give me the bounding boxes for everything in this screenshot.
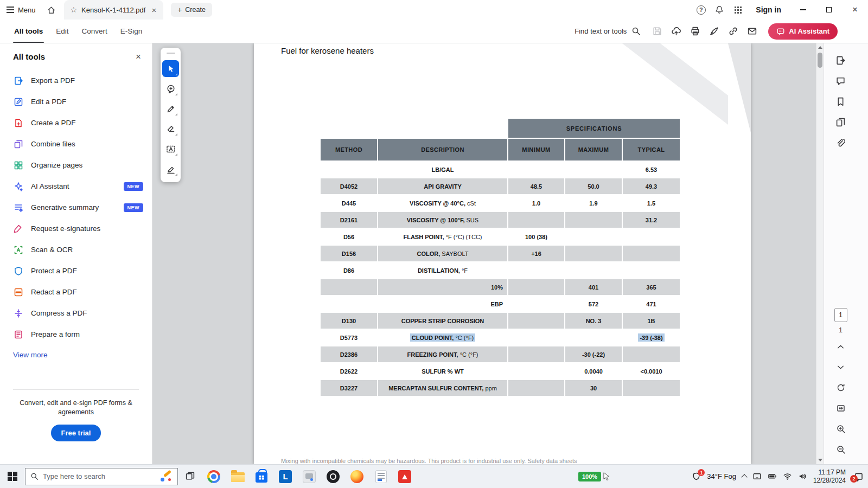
tool-item-redact-a-pdf[interactable]: Redact a PDF [0, 281, 152, 303]
tab-edit[interactable]: Edit [49, 20, 75, 43]
media-app-button[interactable] [321, 465, 345, 488]
tray-app-button[interactable]: 1 [692, 472, 701, 481]
page-number-input[interactable]: 1 [834, 308, 847, 322]
print-button[interactable] [686, 22, 705, 41]
next-page-button[interactable] [832, 358, 850, 376]
notes-app-button[interactable] [369, 465, 393, 488]
action-center-button[interactable]: 2 [854, 472, 864, 481]
task-view-button[interactable] [178, 465, 202, 488]
attachments-panel-button[interactable] [832, 133, 850, 152]
tool-item-generative-summary[interactable]: Generative summaryNEW [0, 197, 152, 218]
zoom-in-button[interactable] [832, 420, 850, 438]
volume-button[interactable] [798, 472, 807, 481]
bookmarks-panel-button[interactable] [832, 92, 850, 111]
toolbar-drag-handle[interactable] [167, 53, 175, 54]
tab-e-sign[interactable]: E-Sign [114, 20, 149, 43]
tab-all-tools[interactable]: All tools [8, 20, 49, 43]
link-button[interactable] [724, 22, 743, 41]
e-sign-button[interactable] [705, 22, 724, 41]
close-button[interactable]: × [842, 0, 868, 20]
find-text-button[interactable]: Find text or tools [569, 27, 646, 36]
tool-item-combine-files[interactable]: Combine files [0, 133, 152, 155]
weather-widget[interactable]: 34°F Fog [707, 472, 736, 480]
page-thumbnails-panel-button[interactable] [832, 113, 850, 131]
cell-description: EBP [378, 296, 507, 312]
sign-in-button[interactable]: Sign in [747, 5, 790, 14]
taskbar-clock[interactable]: 11:17 PM 12/28/2024 [813, 468, 846, 485]
system-tray: 1 34°F Fog 11:17 PM 12/28/2024 2 [692, 465, 868, 488]
free-trial-button[interactable]: Free trial [51, 425, 101, 441]
maximize-button[interactable] [816, 0, 842, 20]
spec-table-body: SPECIFICATIONSMETHODDESCRIPTIONMINIMUMMA… [321, 119, 680, 396]
l-tile-app-button[interactable]: L [273, 465, 297, 488]
apps-button[interactable] [729, 0, 747, 20]
minimize-button[interactable] [790, 0, 816, 20]
cell-method: D4052 [321, 178, 377, 194]
tool-item-ai-assistant[interactable]: AI AssistantNEW [0, 176, 152, 197]
firefox-button[interactable] [345, 465, 369, 488]
previous-page-button[interactable] [832, 337, 850, 356]
cursor-icon [603, 472, 610, 483]
comments-panel-button[interactable] [832, 72, 850, 90]
add-text-tool[interactable] [162, 140, 179, 157]
tool-item-compress-a-pdf[interactable]: Compress a PDF [0, 303, 152, 324]
tool-item-edit-a-pdf[interactable]: Edit a PDF [0, 91, 152, 112]
network-icon [783, 472, 792, 481]
tool-item-export-a-pdf[interactable]: Export a PDF [0, 70, 152, 91]
comments-panel-icon [835, 76, 846, 86]
tool-item-protect-a-pdf[interactable]: Protect a PDF [0, 260, 152, 281]
fit-width-button[interactable] [832, 399, 850, 418]
cell-typical: 6.53 [623, 162, 680, 177]
network-button[interactable] [783, 472, 792, 481]
ai-assistant-button[interactable]: AI Assistant [768, 23, 838, 40]
erase-tool[interactable] [162, 120, 179, 137]
file-explorer-button[interactable] [226, 465, 250, 488]
scrollbar-thumb[interactable] [818, 53, 822, 68]
document-tab[interactable]: ☆ Kensol-K-1-4112.pdf × [64, 0, 164, 20]
acrobat-button[interactable] [393, 465, 417, 488]
cell-method [321, 162, 377, 177]
star-icon[interactable]: ☆ [71, 5, 78, 14]
create-button[interactable]: + Create [171, 3, 212, 17]
save-button[interactable] [648, 22, 667, 41]
tool-item-request-e-signatures[interactable]: Request e-signatures [0, 218, 152, 239]
panel-close-icon[interactable]: × [136, 52, 141, 61]
tablet-mode-button[interactable] [752, 472, 762, 481]
start-button[interactable] [0, 465, 25, 488]
menu-button[interactable]: Menu [0, 0, 42, 20]
export-panel-button[interactable] [832, 51, 850, 69]
tool-item-create-a-pdf[interactable]: Create a PDF [0, 112, 152, 133]
show-hidden-icons-button[interactable] [741, 474, 747, 480]
tab-close-icon[interactable]: × [150, 5, 158, 15]
home-button[interactable] [42, 0, 61, 20]
rotate-page-button[interactable] [832, 378, 850, 397]
taskbar-search-input[interactable]: Type here to search [25, 468, 178, 485]
ribbon-actions [648, 22, 762, 41]
zoom-out-button[interactable] [832, 440, 850, 459]
select-tool[interactable] [162, 60, 179, 77]
notifications-button[interactable] [710, 0, 729, 20]
tool-item-prepare-a-form[interactable]: Prepare a form [0, 324, 152, 345]
add-comment-tool[interactable] [162, 80, 179, 97]
help-button[interactable]: ? [692, 0, 710, 20]
tool-item-organize-pages[interactable]: Organize pages [0, 155, 152, 176]
email-button[interactable] [743, 22, 762, 41]
cell-minimum: +16 [508, 246, 564, 261]
view-more-link[interactable]: View more [0, 345, 152, 365]
tab-convert[interactable]: Convert [75, 20, 114, 43]
draw-tool[interactable] [162, 100, 179, 117]
vertical-scrollbar[interactable] [816, 43, 824, 464]
highlight-tool[interactable] [162, 160, 179, 177]
text-selection: -39 (-38) [638, 333, 664, 342]
save-icon [652, 26, 662, 36]
scroll-down-button[interactable] [816, 456, 824, 464]
microsoft-store-button[interactable] [250, 465, 273, 488]
battery-status-button[interactable] [768, 472, 777, 481]
table-row: D2161VISCOSITY @ 100°F, SUS31.2 [321, 212, 680, 228]
photos-app-button[interactable] [297, 465, 321, 488]
cloud-upload-button[interactable] [667, 22, 686, 41]
chrome-button[interactable] [202, 465, 226, 488]
search-highlights-icon[interactable] [158, 470, 173, 483]
tool-item-scan-ocr[interactable]: Scan & OCR [0, 239, 152, 260]
scroll-up-button[interactable] [816, 43, 824, 52]
